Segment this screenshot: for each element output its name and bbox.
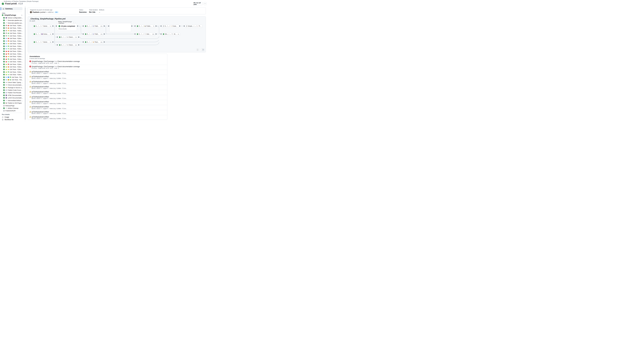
sidebar-item-job[interactable]: ReleasePage [3, 104, 23, 107]
annotation-row-warning[interactable]: pyTooling/upload-artifactmacOS doesn't s… [28, 75, 167, 80]
node-name: Check Static Ty... [69, 36, 74, 38]
annotation-row-warning[interactable]: pyTooling/upload-artifactmacOS doesn't s… [28, 95, 167, 100]
sidebar-item-job[interactable]: Unit Tests - Python 3.12 [3, 58, 23, 60]
back-arrow-icon[interactable]: ← [1, 0, 3, 2]
annotation-row-error[interactable]: SimplePackage / DocCoverage /Check docum… [28, 60, 167, 65]
zoom-out-button[interactable]: − [200, 49, 202, 51]
sidebar-item-workflow-file[interactable]: Workflow file [2, 118, 22, 121]
branch-badge[interactable]: dev [54, 11, 59, 13]
sidebar-item-job[interactable]: Unit Tests - Python 3.12 [3, 32, 23, 35]
zoom-in-button[interactable]: + [202, 49, 204, 51]
graph-node-ghpages[interactable]: S... / ... /Publish to GH-P...7s [136, 25, 155, 28]
sidebar-item-job[interactable]: Publish Test Results [3, 91, 23, 94]
sidebar-group-simplepackage[interactable]: SimplePackage [2, 14, 23, 16]
sidebar-item-summary[interactable]: Summary [1, 7, 22, 10]
sidebar-item-job[interactable]: Unit Tests - Python 3.12 [3, 71, 23, 73]
sidebar-item-job[interactable]: Check Static Typing using Pyt... [3, 81, 23, 84]
sidebar-item-job[interactable]: Publish to GH-Pages [3, 102, 23, 104]
sidebar-item-job[interactable]: Unit Tests - Python 3.10 [3, 53, 23, 55]
annotation-row-warning[interactable]: pyTooling/upload-artifactmacOS doesn't s… [28, 80, 167, 85]
sidebar-item-job[interactable]: LaTeX Documentation using ... [3, 97, 23, 99]
annotation-row-error[interactable]: SimplePackage / DocCoverage /Check docum… [28, 65, 167, 70]
sidebar-item-job[interactable]: Extract configurations from p... [3, 17, 23, 19]
sidebar-item-job[interactable]: HTML Documentation using ... [3, 94, 23, 97]
sidebar-item-job[interactable]: Intermediate Artifact Cleanup [3, 99, 23, 102]
commit-ref[interactable]: d0f07e1 [46, 11, 54, 13]
show-all-jobs-link[interactable]: Show all jobs [58, 28, 75, 30]
annotation-step-name: pyTooling/upload-artifact [32, 86, 49, 87]
sidebar-item-job[interactable]: Unit Tests - Python 3.10 [3, 40, 23, 42]
sidebar-item-job[interactable]: Unit Tests - Python 3.10 [3, 66, 23, 68]
graph-node-artifactclean[interactable]: Sim... / ... /Artifact Cleanup4s [162, 33, 180, 36]
graph-node-gen2[interactable]: S... / ... /Generate pipelin...0s [33, 41, 52, 44]
python-version-dot [8, 69, 9, 70]
node-name: Check docume... [69, 44, 74, 46]
sidebar-item-job[interactable]: Unit Tests - Python 3.9 [3, 24, 23, 27]
annotation-row-warning[interactable]: pyTooling/upload-artifactmacOS doesn't s… [28, 115, 167, 120]
sidebar-item-job[interactable]: Unit Tests - Python 3.12 [3, 79, 23, 81]
windows-icon [5, 40, 7, 42]
kebab-menu-button[interactable] [204, 2, 207, 5]
sidebar-item-job[interactable]: Unit Tests - Python 3.12 [3, 45, 23, 48]
sidebar-item-job[interactable]: Unit Tests - Python 3.11 [3, 29, 23, 32]
sidebar-scrollbar-thumb[interactable] [25, 8, 26, 120]
sidebar-item-job[interactable]: Unit Tests - Python 3.13 [3, 35, 23, 37]
graph-node-checkdoc[interactable]: S... / ... /Check docume...18s [58, 43, 78, 47]
graph-node-package[interactable]: S... / ... /Package in Sou...18s [84, 41, 104, 44]
matrix-group-node[interactable]: 22 jobs completed Show all jobs [57, 23, 77, 31]
eyes-icon [5, 84, 7, 86]
apple-green-icon [5, 74, 7, 75]
graph-node-release[interactable]: S... / ... /Create 'Release Pa... [162, 25, 179, 28]
sidebar-item-job[interactable]: Generate pipeline parameters [3, 22, 23, 24]
sidebar-item-job[interactable]: Generate pipeline parameters [3, 19, 23, 21]
linux-icon [5, 27, 7, 29]
scrollbar-up-arrow[interactable]: ▲ [25, 6, 26, 7]
annotation-row-warning[interactable]: pyTooling/upload-artifactmacOS doesn't s… [28, 100, 167, 105]
sidebar-item-job[interactable]: Unit Tests - Python 3.12 [3, 76, 23, 78]
annotation-row-warning[interactable]: pyTooling/upload-artifactmacOS doesn't s… [28, 105, 167, 110]
graph-node-gen1[interactable]: S... / ... /Generate pipelin...0s [33, 25, 52, 28]
sidebar-item-job[interactable]: Unit Tests - Python 3.13 [3, 48, 23, 50]
apple-red-icon [5, 61, 7, 63]
fullscreen-button[interactable] [196, 49, 199, 51]
graph-node-intermediate[interactable]: S... / ... /Intermediate A...16s [136, 33, 155, 36]
warning-triangle-icon [29, 91, 31, 92]
warning-triangle-icon [29, 111, 31, 113]
rerun-all-jobs-button[interactable]: Re-run all jobs [193, 2, 203, 5]
matrix-tab[interactable]: Matrix: SimplePackage / UnitTest... [57, 21, 73, 23]
sidebar-item-job[interactable]: Check documentation covera... [3, 84, 23, 86]
graph-node-pypi[interactable]: Simple... / ... /Publish to PyPI [185, 25, 202, 28]
sidebar-item-job[interactable]: Unit Tests - Python 3.11 [3, 42, 23, 45]
sidebar-item-job[interactable]: Unit Tests - Python 3.11 [3, 55, 23, 58]
actor-name[interactable]: Paebbels [33, 11, 40, 13]
sidebar-item-job[interactable]: Unit Tests - Python 3.10 [3, 27, 23, 29]
breadcrumb-label[interactable]: Verification of Pipeline Templates (Simp… [4, 0, 39, 2]
job-label: Unit Tests - Python 3.9 [10, 38, 23, 39]
sidebar-item-job[interactable]: Publish Code Coverage Results [3, 89, 23, 91]
annotation-row-warning[interactable]: pyTooling/upload-artifactmacOS doesn't s… [28, 90, 167, 95]
avatar[interactable] [30, 11, 32, 13]
sidebar-item-job[interactable]: Unit Tests - Python 3.9 [3, 63, 23, 66]
graph-node-pubcode[interactable]: S... / ... /Publish Code C...20s [84, 25, 104, 28]
breadcrumb[interactable]: ← Verification of Pipeline Templates (Si… [1, 0, 38, 2]
sidebar-item-job[interactable]: Artifact Cleanup [3, 107, 23, 109]
graph-node-checkstatic[interactable]: S... / ... /Check Static Ty...17s [58, 36, 78, 39]
annotation-row-warning[interactable]: pyTooling/upload-artifactmacOS doesn't s… [28, 70, 167, 75]
annotation-step-name: pyTooling/upload-artifact [32, 101, 49, 103]
annotation-row-warning[interactable]: pyTooling/upload-artifactmacOS doesn't s… [28, 110, 167, 115]
node-prefix: S... / ... / [61, 44, 66, 46]
chevron-up-icon[interactable] [21, 14, 23, 16]
sidebar-item-job[interactable]: Unit Tests - Python 3.11 [3, 68, 23, 71]
sidebar-item-job[interactable]: PublishOnPyPI [3, 110, 23, 112]
sidebar-item-job[interactable]: Unit Tests - Python 3.9 [3, 37, 23, 40]
sidebar-item-job[interactable]: Unit Tests - Python 3.9 [3, 50, 23, 53]
node-name: Generate pipelin... [43, 41, 49, 43]
sidebar-item-job[interactable]: Unit Tests - Python 3.13 [3, 60, 23, 63]
graph-node-pubtest[interactable]: S... / ... /Publish Test Re...13s [84, 33, 104, 36]
sidebar-item-job[interactable]: Package in Source and Wheel... [3, 86, 23, 89]
annotation-row-warning[interactable]: pyTooling/upload-artifactmacOS doesn't s… [28, 85, 167, 90]
sidebar-item-job[interactable]: Unit Tests - Python 3.13 [3, 73, 23, 76]
commit-sha[interactable]: d0f07e1 [48, 11, 54, 13]
graph-node-extract[interactable]: S... / ... /Extract configur...4s [33, 33, 52, 36]
sidebar-item-usage[interactable]: Usage [2, 116, 22, 118]
